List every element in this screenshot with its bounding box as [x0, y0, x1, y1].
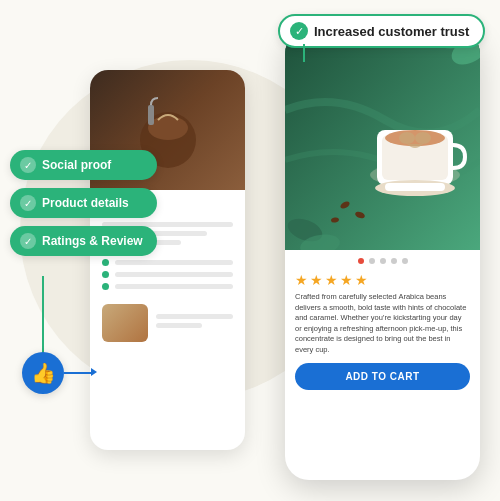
dot-3: [380, 258, 386, 264]
food-section: [90, 296, 245, 350]
app-dot-lines: [90, 253, 245, 296]
arrow-icon: [91, 368, 97, 376]
dot-line-3: [102, 283, 233, 290]
thumbs-up-icon: [22, 352, 64, 394]
product-details-label: Product details: [42, 196, 129, 210]
increased-trust-label: Increased customer trust: [314, 24, 469, 39]
svg-rect-2: [148, 105, 154, 125]
check-circle-icon: ✓: [290, 22, 308, 40]
product-description: Crafted from carefully selected Arabica …: [285, 292, 480, 363]
svg-point-9: [399, 132, 415, 144]
dot-line-text-1: [115, 260, 233, 265]
green-dot-3: [102, 283, 109, 290]
social-proof-label: Social proof: [42, 158, 111, 172]
dot-4: [391, 258, 397, 264]
check-icon-1: ✓: [20, 157, 36, 173]
add-to-cart-button[interactable]: ADD TO CART: [295, 363, 470, 390]
dot-line-2: [102, 271, 233, 278]
social-proof-badge: ✓ Social proof: [10, 150, 157, 180]
dot-2: [369, 258, 375, 264]
star-1: ★: [295, 272, 308, 288]
check-icon-2: ✓: [20, 195, 36, 211]
dot-5: [402, 258, 408, 264]
food-text-lines: [156, 314, 233, 332]
star-2: ★: [310, 272, 323, 288]
star-5: ★: [355, 272, 368, 288]
green-dot-1: [102, 259, 109, 266]
svg-rect-12: [385, 183, 445, 191]
phone-mockup: ★ ★ ★ ★ ★ Crafted from carefully selecte…: [285, 30, 480, 480]
ratings-review-badge: ✓ Ratings & Review: [10, 226, 157, 256]
ratings-review-label: Ratings & Review: [42, 234, 143, 248]
green-dot-2: [102, 271, 109, 278]
food-line-1: [156, 314, 233, 319]
phone-coffee-svg: [285, 30, 480, 250]
star-4: ★: [340, 272, 353, 288]
check-icon-3: ✓: [20, 233, 36, 249]
rating-stars: ★ ★ ★ ★ ★: [285, 268, 480, 292]
dot-1: [358, 258, 364, 264]
left-badges-container: ✓ Social proof ✓ Product details ✓ Ratin…: [10, 150, 157, 256]
food-image-thumbnail: [102, 304, 148, 342]
product-details-badge: ✓ Product details: [10, 188, 157, 218]
food-line-2: [156, 323, 202, 328]
image-dots-indicator: [285, 250, 480, 268]
left-app-mockup: Coffié: [90, 70, 245, 450]
increased-trust-badge: ✓ Increased customer trust: [278, 14, 485, 48]
dot-line-text-3: [115, 284, 233, 289]
horizontal-connector-line: [64, 372, 94, 374]
svg-point-10: [415, 132, 431, 144]
star-3: ★: [325, 272, 338, 288]
phone-hero-image: [285, 30, 480, 250]
vertical-connector-line: [42, 276, 44, 356]
dot-line-text-2: [115, 272, 233, 277]
dot-line-1: [102, 259, 233, 266]
top-connector-line: [303, 44, 305, 62]
